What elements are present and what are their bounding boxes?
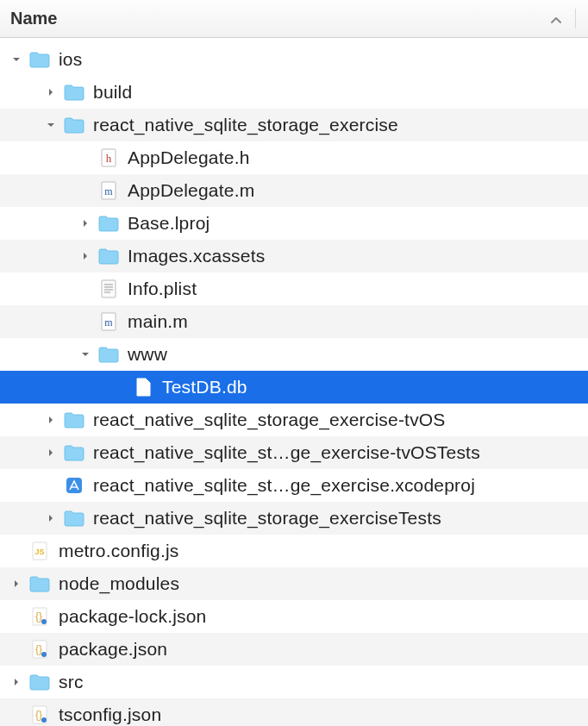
disclosure-right-icon[interactable] (45, 512, 57, 524)
h-file-icon: h (97, 146, 121, 170)
tree-row[interactable]: ios (0, 43, 588, 76)
file-tree[interactable]: iosbuildreact_native_sqlite_storage_exer… (0, 38, 588, 726)
tree-row-label: react_native_sqlite_storage_exercise-tvO… (93, 410, 446, 430)
disclosure-none-icon (114, 381, 126, 393)
json-file-icon: {} (28, 604, 52, 629)
svg-text:m: m (104, 316, 113, 329)
svg-point-20 (41, 652, 47, 657)
plist-file-icon (97, 277, 121, 301)
disclosure-down-icon[interactable] (45, 119, 57, 131)
tree-row-label: main.m (128, 311, 188, 332)
tree-row-label: node_modules (59, 573, 179, 594)
tree-row-label: react_native_sqlite_storage_exercise (93, 115, 398, 135)
disclosure-none-icon (79, 316, 91, 328)
tree-row[interactable]: build (0, 76, 588, 109)
tree-row-label: package-lock.json (59, 606, 207, 627)
column-header-title: Name (10, 9, 57, 28)
json-file-icon: {} (28, 703, 52, 726)
folder-icon (62, 113, 86, 137)
disclosure-right-icon[interactable] (45, 447, 57, 459)
folder-icon (28, 572, 52, 596)
folder-icon (28, 47, 52, 72)
tree-row-label: package.json (59, 639, 167, 660)
tree-row-label: Info.plist (128, 279, 197, 299)
folder-icon (28, 670, 52, 694)
tree-row-label: react_native_sqlite_st…ge_exercise.xcode… (93, 475, 475, 496)
tree-row[interactable]: Info.plist (0, 272, 588, 305)
disclosure-down-icon[interactable] (10, 53, 22, 66)
tree-row-label: build (93, 82, 132, 103)
tree-row[interactable]: mmain.m (0, 305, 588, 338)
tree-row-label: Images.xcassets (128, 246, 265, 266)
folder-icon (62, 441, 86, 465)
disclosure-none-icon (79, 283, 91, 295)
svg-text:m: m (104, 185, 113, 197)
disclosure-down-icon[interactable] (79, 348, 91, 360)
tree-row[interactable]: node_modules (0, 567, 588, 600)
tree-row-label: react_native_sqlite_st…ge_exercise-tvOST… (93, 442, 480, 463)
tree-row-label: AppDelegate.h (128, 147, 250, 168)
tree-row[interactable]: Base.lproj (0, 207, 588, 240)
folder-icon (62, 80, 86, 104)
tree-row-label: www (128, 344, 167, 365)
svg-text:{}: {} (35, 610, 42, 623)
folder-icon (97, 211, 121, 235)
svg-text:JS: JS (34, 548, 44, 556)
disclosure-none-icon (10, 643, 22, 655)
disclosure-none-icon (45, 479, 57, 491)
tree-row[interactable]: react_native_sqlite_storage_exercise (0, 109, 588, 141)
svg-text:{}: {} (35, 643, 42, 655)
disclosure-right-icon[interactable] (45, 86, 57, 98)
db-file-icon (131, 375, 155, 399)
tree-row[interactable]: {}tsconfig.json (0, 698, 588, 726)
svg-point-23 (41, 717, 47, 723)
disclosure-right-icon[interactable] (45, 414, 57, 426)
svg-text:h: h (106, 152, 112, 165)
tree-row[interactable]: src (0, 666, 588, 698)
sort-indicator-icon[interactable] (550, 9, 562, 29)
tree-row[interactable]: www (0, 338, 588, 371)
tree-row[interactable]: react_native_sqlite_st…ge_exercise-tvOST… (0, 436, 588, 469)
disclosure-none-icon (10, 709, 22, 721)
js-file-icon: JS (28, 539, 52, 563)
tree-row-label: src (59, 672, 84, 692)
tree-row-label: Base.lproj (128, 213, 210, 234)
tree-row[interactable]: react_native_sqlite_storage_exercise-tvO… (0, 404, 588, 436)
tree-row-label: TestDB.db (162, 377, 247, 397)
tree-row-label: ios (59, 49, 82, 70)
tree-row-label: react_native_sqlite_storage_exerciseTest… (93, 508, 441, 529)
svg-point-17 (41, 619, 47, 624)
disclosure-none-icon (79, 152, 91, 164)
folder-icon (97, 342, 121, 366)
tree-row[interactable]: {}package.json (0, 633, 588, 666)
disclosure-none-icon (10, 610, 22, 623)
disclosure-right-icon[interactable] (79, 217, 91, 229)
svg-rect-4 (102, 280, 116, 297)
tree-row[interactable]: Images.xcassets (0, 240, 588, 272)
disclosure-right-icon[interactable] (79, 250, 91, 262)
json-file-icon: {} (28, 637, 52, 661)
tree-row[interactable]: react_native_sqlite_st…ge_exercise.xcode… (0, 469, 588, 502)
tree-row[interactable]: JSmetro.config.js (0, 535, 588, 567)
tree-row[interactable]: TestDB.db (0, 371, 588, 404)
disclosure-none-icon (10, 545, 22, 557)
tree-row-label: metro.config.js (59, 541, 179, 561)
column-header[interactable]: Name (0, 0, 588, 38)
column-divider (575, 9, 576, 28)
svg-text:{}: {} (35, 709, 42, 721)
folder-icon (62, 408, 86, 432)
tree-row[interactable]: hAppDelegate.h (0, 141, 588, 174)
disclosure-none-icon (79, 185, 91, 197)
folder-icon (97, 244, 121, 268)
tree-row[interactable]: {}package-lock.json (0, 600, 588, 633)
tree-row-label: tsconfig.json (59, 704, 161, 725)
m-file-icon: m (97, 310, 121, 334)
tree-row[interactable]: mAppDelegate.m (0, 174, 588, 207)
disclosure-right-icon[interactable] (10, 676, 22, 688)
folder-icon (62, 506, 86, 530)
m-file-icon: m (97, 178, 121, 203)
disclosure-right-icon[interactable] (10, 578, 22, 590)
tree-row-label: AppDelegate.m (128, 180, 254, 201)
xcodeproj-icon (62, 473, 86, 498)
tree-row[interactable]: react_native_sqlite_storage_exerciseTest… (0, 502, 588, 535)
